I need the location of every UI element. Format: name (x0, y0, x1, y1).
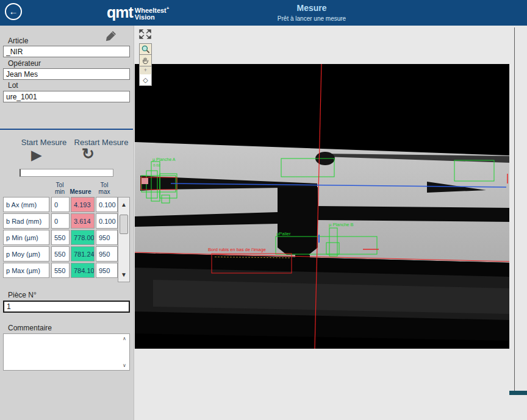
comment-scroll-down-icon[interactable]: ∨ (123, 363, 126, 368)
label-scale: 0.02 (153, 163, 160, 167)
viewer-area: + ◇ (134, 26, 527, 420)
pink-marker (142, 178, 148, 184)
tol-min-value: 550 (51, 246, 70, 262)
center-block (278, 187, 318, 247)
lot-input[interactable] (3, 91, 130, 102)
restart-icon[interactable]: ↻ (82, 145, 95, 163)
operateur-input[interactable] (3, 68, 130, 80)
app-logo: qmt Wheeltest+ Vision (107, 2, 169, 22)
operateur-label: Opérateur (8, 59, 41, 68)
hand-icon (141, 56, 150, 65)
pan-tool-button[interactable] (139, 55, 152, 66)
page-title: Mesure (190, 3, 434, 13)
right-separator (514, 27, 515, 393)
edit-pencil-icon[interactable] (104, 29, 118, 43)
article-label: Article (8, 37, 28, 45)
label-palier: µPalier (276, 231, 291, 237)
mesure-value: 4.193 (71, 197, 95, 212)
article-input[interactable] (3, 46, 130, 57)
mesure-value: 3.614 (71, 213, 95, 229)
top-bar: ← qmt Wheeltest+ Vision Mesure Prêt à la… (0, 0, 527, 26)
diamond-tool-button[interactable]: ◇ (139, 74, 152, 86)
lot-label: Lot (8, 81, 18, 90)
tol-min-value: 0 (51, 213, 70, 229)
camera-image: µ Planche A 0.02 µPalier µ Planche B Bor… (135, 64, 509, 349)
row-label: b Ax (mm) (3, 197, 49, 212)
page-header: Mesure Prêt à lancer une mesure (190, 3, 434, 22)
tol-min-value: 0 (51, 197, 70, 212)
tol-max-value: 0.100 (96, 213, 118, 229)
row-label: b Rad (mm) (3, 213, 49, 229)
label-planche-b: µ Planche B (329, 222, 354, 227)
header-tol-max-1: Tol (101, 182, 109, 188)
table-scrollbar[interactable]: ▲ ▼ (118, 197, 130, 282)
start-mesure-label[interactable]: Start Mesure (13, 138, 74, 147)
commentaire-textarea[interactable] (3, 333, 130, 371)
row-label: p Min (µm) (3, 230, 49, 245)
logo-plus: + (167, 5, 170, 11)
status-text: Prêt à lancer une mesure (190, 15, 434, 22)
expand-icon[interactable] (139, 29, 151, 39)
measure-table: b Ax (mm) 0 4.193 0.100 b Rad (mm) 0 3.6… (3, 197, 118, 282)
mesure-value: 778.000 (71, 230, 95, 245)
piece-label: Pièce N° (8, 291, 37, 299)
tol-max-value: 0.100 (96, 197, 118, 212)
header-mesure: Mesure (68, 188, 93, 195)
header-tol-min-1: Tol (56, 182, 64, 188)
back-button[interactable]: ← (5, 3, 22, 20)
zoom-tool-button[interactable] (139, 43, 152, 55)
header-tol-max-2: max (99, 188, 110, 195)
sidebar: Article Opérateur Lot Start Mesure Resta… (0, 26, 134, 420)
label-planche-a: µ Planche A (152, 157, 176, 162)
play-icon[interactable]: ▶ (31, 147, 42, 163)
logo-name: Wheeltest (135, 7, 167, 14)
commentaire-label: Commentaire (8, 324, 52, 332)
viewer-toolbar: + ◇ (139, 29, 152, 86)
row-label: p Moy (µm) (3, 246, 49, 262)
plus-tool[interactable]: + (139, 66, 152, 74)
tol-max-value: 950 (96, 263, 118, 278)
mesure-value: 781.244 (71, 246, 95, 262)
measure-progress-bar (20, 169, 113, 177)
bottom-scrollbar-thumb[interactable] (509, 391, 527, 395)
tol-max-value: 950 (96, 230, 118, 245)
piece-input[interactable] (3, 301, 130, 313)
camera-view[interactable]: µ Planche A 0.02 µPalier µ Planche B Bor… (135, 64, 509, 349)
scroll-down-icon[interactable]: ▼ (118, 271, 129, 278)
magnifier-icon (141, 44, 151, 54)
comment-scroll-up-icon[interactable]: ∧ (123, 336, 126, 341)
scrollbar-thumb[interactable] (120, 215, 128, 234)
section-divider (0, 129, 133, 130)
restart-mesure-label[interactable]: Restart Mesure (71, 138, 132, 147)
row-label: p Max (µm) (3, 263, 49, 278)
tol-max-value: 950 (96, 246, 118, 262)
mesure-value: 784.100 (71, 263, 95, 278)
scroll-up-icon[interactable]: ▲ (118, 201, 129, 208)
logo-mark: qmt (107, 2, 133, 22)
logo-sub: Vision (135, 14, 170, 21)
tol-min-value: 550 (51, 230, 70, 245)
label-bord-rubis: Bord rubis en bas de l'image (208, 247, 266, 252)
tol-min-value: 550 (51, 263, 70, 278)
lower-right-rod (318, 206, 509, 222)
header-tol-min-2: min (55, 188, 65, 195)
